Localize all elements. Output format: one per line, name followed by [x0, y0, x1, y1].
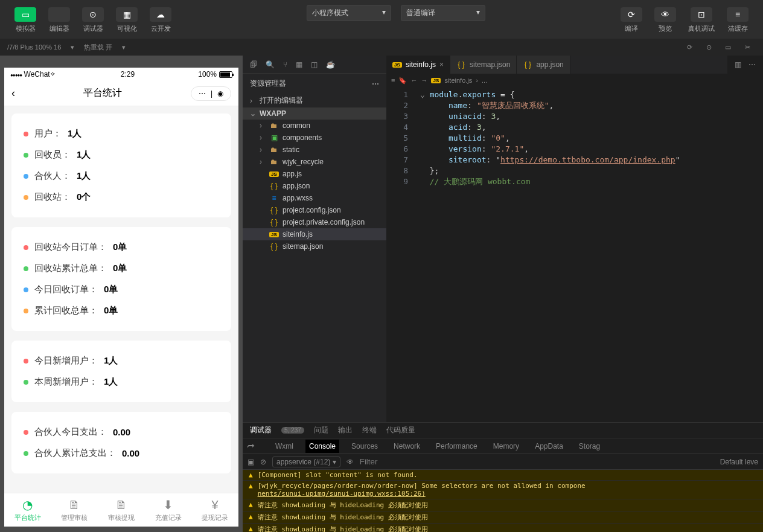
console-line: ▲请注意 showLoading 与 hideLoading 必须配对使用 [243, 524, 763, 532]
warning-icon: ▲ [249, 513, 253, 522]
debug-tab[interactable]: 终端 [362, 425, 377, 435]
sidebar-toggle-icon[interactable]: ▣ [247, 458, 254, 466]
devtools-tab[interactable]: Performance [432, 440, 481, 453]
editor-tab[interactable]: JSsiteinfo.js× [386, 56, 450, 74]
debug-tab[interactable]: 调试器 [250, 425, 272, 435]
home-icon[interactable]: ▭ [722, 43, 734, 51]
cloud-sync-icon[interactable]: ☕ [326, 60, 335, 69]
console-line: ▲[wjyk_recycle/pages/order-now/order-now… [243, 481, 763, 499]
devtools-tab[interactable]: Storag [575, 440, 604, 453]
breadcrumb-file[interactable]: siteinfo.js [444, 77, 472, 84]
menu-icon[interactable]: ⋯ [196, 89, 208, 98]
more-icon[interactable]: ⋯ [372, 80, 379, 88]
search-icon[interactable]: 🔍 [266, 60, 275, 69]
close-tab-icon[interactable]: × [439, 60, 444, 69]
tree-item[interactable]: ›🖿common [243, 120, 386, 132]
devtools-tab[interactable]: Wxml [272, 440, 297, 453]
devtools-tab[interactable]: AppData [531, 440, 567, 453]
toolbar-debug-button[interactable]: ⊙调试器 [77, 5, 109, 36]
breadcrumb-rest[interactable]: ... [482, 77, 487, 84]
files-icon[interactable]: 🗐 [250, 60, 257, 69]
tree-item[interactable]: ›🖿static [243, 144, 386, 156]
back-icon[interactable]: ⊙ [703, 43, 715, 51]
battery-icon [219, 71, 232, 78]
toolbar-sim-button[interactable]: ▭模拟器 [10, 5, 41, 36]
list-icon[interactable]: ≡ [391, 77, 395, 84]
tree-item[interactable]: { }app.json [243, 180, 386, 192]
code-editor[interactable]: 123456789 ⌄ module.exports = { name: "智慧… [386, 87, 763, 422]
tree-item[interactable]: { }project.private.config.json [243, 216, 386, 228]
refresh-icon[interactable]: ⟳ [683, 43, 695, 51]
eye-icon[interactable]: 👁 [346, 458, 354, 466]
debug-tab[interactable]: 代码质量 [386, 425, 415, 435]
bullet-icon [24, 153, 28, 158]
toolbar-edit-button[interactable]: 编辑器 [43, 5, 75, 36]
bullet-icon [24, 430, 28, 435]
stat-row: 回收站累计总单：0单 [24, 258, 219, 279]
tree-item[interactable]: ›▣components [243, 132, 386, 144]
blocks-icon[interactable]: ▦ [296, 60, 302, 69]
tree-item[interactable]: JSsiteinfo.js [243, 228, 386, 240]
toolbar-action-button[interactable]: ⟳编译 [616, 5, 647, 36]
toolbar-action-button[interactable]: ≡清缓存 [722, 5, 753, 36]
tree-item[interactable]: ›🖿wjyk_recycle [243, 156, 386, 168]
devtools-tab[interactable]: Sources [348, 440, 382, 453]
debug-tab[interactable]: 问题 [314, 425, 328, 435]
toolbar-cloud-button[interactable]: ☁云开发 [145, 5, 176, 36]
bookmark-icon[interactable]: 🔖 [398, 77, 407, 85]
toolbar-action-button[interactable]: ⊡真机调试 [683, 5, 720, 36]
mode-select[interactable]: 小程序模式 [307, 5, 391, 21]
devtools-tab[interactable]: Console [305, 440, 339, 453]
stat-row: 今日回收订单：0单 [24, 279, 219, 300]
extensions-icon[interactable]: ◫ [311, 60, 318, 69]
toolbar-vis-button[interactable]: ▦可视化 [111, 5, 142, 36]
tabbar-item[interactable]: 🗎管理审核 [51, 493, 98, 527]
compile-select[interactable]: 普通编译 [401, 5, 485, 21]
stat-card: 回收站今日订单：0单回收站累计总单：0单今日回收订单：0单累计回收总单：0单 [11, 227, 231, 331]
nav-fwd-icon[interactable]: → [421, 77, 427, 84]
file-explorer: 🗐 🔍 ⑂ ▦ ◫ ☕ 资源管理器 ⋯ ›打开的编辑器 ⌄WXAPP ›🖿com… [243, 56, 386, 422]
capsule-menu[interactable]: ⋯|◉ [191, 86, 231, 101]
clip-icon[interactable]: ✂ [741, 43, 753, 51]
nav-back-icon[interactable]: ← [410, 77, 417, 84]
warning-icon: ▲ [249, 501, 253, 510]
opened-editors-section[interactable]: ›打开的编辑器 [243, 94, 386, 107]
tabbar-item[interactable]: 🗎审核提现 [98, 493, 145, 527]
editor-tab[interactable]: { }sitemap.json [450, 56, 517, 74]
stat-row: 合伙人：1人 [24, 165, 219, 187]
tabbar-item[interactable]: ◔平台统计 [4, 493, 51, 527]
more-editor-icon[interactable]: ⋯ [749, 60, 756, 69]
devtools-tab[interactable]: Network [390, 440, 424, 453]
bullet-icon [24, 195, 28, 200]
js-icon: JS [431, 78, 441, 83]
toolbar-action-button[interactable]: 👁预览 [650, 5, 681, 36]
hot-reload-toggle[interactable]: 热重载 开 [84, 43, 112, 52]
split-icon[interactable]: ▥ [735, 60, 741, 69]
devtools-tab[interactable]: Memory [490, 440, 523, 453]
tree-item[interactable]: ≡app.wxss [243, 192, 386, 204]
project-root[interactable]: ⌄WXAPP [243, 107, 386, 120]
close-icon[interactable]: ◉ [215, 89, 226, 98]
tabbar-item[interactable]: ⬇充值记录 [145, 493, 192, 527]
phone-content[interactable]: 用户：1人回收员：1人合伙人：1人回收站：0个回收站今日订单：0单回收站累计总单… [4, 106, 238, 493]
tree-item[interactable]: JSapp.js [243, 168, 386, 180]
editor-tab[interactable]: { }app.json [517, 56, 570, 74]
log-level-select[interactable]: Default leve [720, 458, 758, 466]
device-info[interactable]: /7/8 Plus 100% 16 [7, 43, 61, 51]
tree-item[interactable]: { }project.config.json [243, 204, 386, 216]
clear-console-icon[interactable]: ⊘ [260, 458, 266, 466]
back-button[interactable]: ‹ [11, 87, 15, 100]
tree-item[interactable]: { }sitemap.json [243, 240, 386, 252]
stat-card: 今日新增用户：1人本周新增用户：1人 [11, 341, 231, 402]
phone-tabbar: ◔平台统计🗎管理审核🗎审核提现⬇充值记录¥提现记录 [4, 493, 238, 527]
tabbar-item[interactable]: ¥提现记录 [191, 493, 238, 527]
branch-icon[interactable]: ⑂ [283, 60, 287, 69]
inspect-icon[interactable]: ⮫ [247, 442, 255, 450]
debug-count-badge: 5, 237 [281, 427, 304, 434]
debug-tab[interactable]: 输出 [338, 425, 353, 435]
file-tree: ›打开的编辑器 ⌄WXAPP ›🖿common›▣components›🖿sta… [243, 94, 386, 422]
page-title: 平台统计 [83, 87, 122, 100]
console-output[interactable]: ▲[Component] slot "content" is not found… [243, 470, 763, 532]
filter-input[interactable] [360, 457, 462, 466]
context-select[interactable]: appservice (#12) ▾ [272, 457, 340, 467]
